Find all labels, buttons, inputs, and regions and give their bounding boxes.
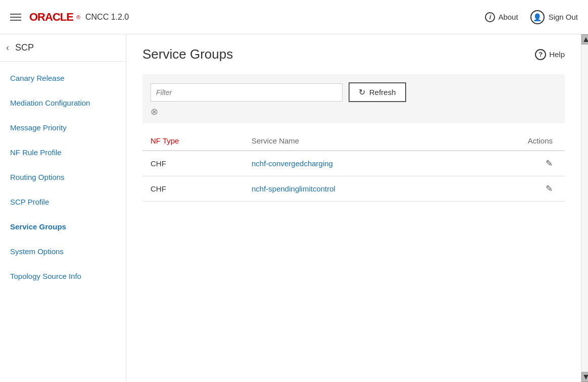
- sidebar-item-canary-release[interactable]: Canary Release: [0, 66, 126, 90]
- help-icon: ?: [535, 49, 546, 60]
- cell-nftype: CHF: [142, 151, 243, 176]
- refresh-icon: ↻: [359, 87, 365, 97]
- signout-label: Sign Out: [549, 13, 578, 21]
- sidebar-item-routing-options[interactable]: Routing Options: [0, 165, 126, 189]
- cell-nftype: CHF: [142, 176, 243, 202]
- filter-bar: ↻ Refresh ⊗: [142, 74, 565, 123]
- help-button[interactable]: ? Help: [535, 49, 565, 60]
- col-header-nftype: NF Type: [142, 131, 243, 151]
- col-header-actions: Actions: [465, 131, 565, 151]
- app-header: ORACLE ® CNCC 1.2.0 i About 👤 Sign Out: [0, 0, 588, 34]
- filter-clear-icon[interactable]: ⊗: [151, 107, 158, 117]
- col-header-servicename: Service Name: [243, 131, 465, 151]
- page-header: Service Groups ? Help: [142, 46, 565, 62]
- scrollbar-down[interactable]: ▼: [581, 372, 588, 382]
- app-name: CNCC 1.2.0: [85, 13, 129, 22]
- sidebar: ‹ SCP Canary ReleaseMediation Configurat…: [0, 34, 126, 382]
- oracle-brand: ORACLE: [29, 11, 73, 24]
- about-label: About: [498, 13, 518, 21]
- cell-servicename: nchf-convergedcharging: [243, 151, 465, 176]
- sidebar-header: ‹ SCP: [0, 34, 126, 62]
- cell-actions: ✎: [465, 151, 565, 176]
- hamburger-menu[interactable]: [10, 14, 21, 21]
- sidebar-item-system-options[interactable]: System Options: [0, 239, 126, 264]
- scrollbar-up[interactable]: ▲: [581, 34, 588, 44]
- signout-button[interactable]: 👤 Sign Out: [530, 10, 578, 24]
- filter-clear-row: ⊗: [151, 106, 557, 117]
- table-row: CHF nchf-convergedcharging ✎: [142, 151, 565, 176]
- main-layout: ‹ SCP Canary ReleaseMediation Configurat…: [0, 34, 588, 382]
- refresh-label: Refresh: [369, 88, 396, 97]
- sidebar-item-mediation-configuration[interactable]: Mediation Configuration: [0, 90, 126, 115]
- help-label: Help: [549, 50, 565, 59]
- filter-input[interactable]: [151, 83, 342, 102]
- sidebar-item-scp-profile[interactable]: SCP Profile: [0, 189, 126, 214]
- registered-mark: ®: [76, 14, 80, 20]
- sidebar-item-nf-rule-profile[interactable]: NF Rule Profile: [0, 140, 126, 165]
- scrollbar-track: [581, 44, 588, 372]
- info-icon: i: [485, 12, 495, 22]
- user-icon: 👤: [530, 10, 545, 24]
- sidebar-item-topology-source-info[interactable]: Topology Source Info: [0, 264, 126, 289]
- table-header-row: NF Type Service Name Actions: [142, 131, 565, 151]
- page-title: Service Groups: [142, 46, 233, 62]
- about-button[interactable]: i About: [485, 12, 518, 22]
- edit-icon[interactable]: ✎: [546, 159, 553, 168]
- sidebar-nav: Canary ReleaseMediation ConfigurationMes…: [0, 62, 126, 293]
- filter-row: ↻ Refresh: [151, 82, 557, 102]
- sidebar-title: SCP: [15, 42, 34, 53]
- sidebar-back-button[interactable]: ‹: [6, 42, 9, 53]
- sidebar-item-service-groups[interactable]: Service Groups: [0, 214, 126, 239]
- scrollbar: ▲ ▼: [581, 34, 588, 382]
- refresh-button[interactable]: ↻ Refresh: [349, 82, 406, 102]
- sidebar-item-message-priority[interactable]: Message Priority: [0, 115, 126, 140]
- service-groups-table: NF Type Service Name Actions CHF nchf-co…: [142, 131, 565, 202]
- app-logo: ORACLE ® CNCC 1.2.0: [29, 11, 129, 24]
- cell-actions: ✎: [465, 176, 565, 202]
- edit-icon[interactable]: ✎: [546, 184, 553, 194]
- main-content: Service Groups ? Help ↻ Refresh ⊗: [126, 34, 581, 382]
- table-row: CHF nchf-spendinglimitcontrol ✎: [142, 176, 565, 202]
- cell-servicename: nchf-spendinglimitcontrol: [243, 176, 465, 202]
